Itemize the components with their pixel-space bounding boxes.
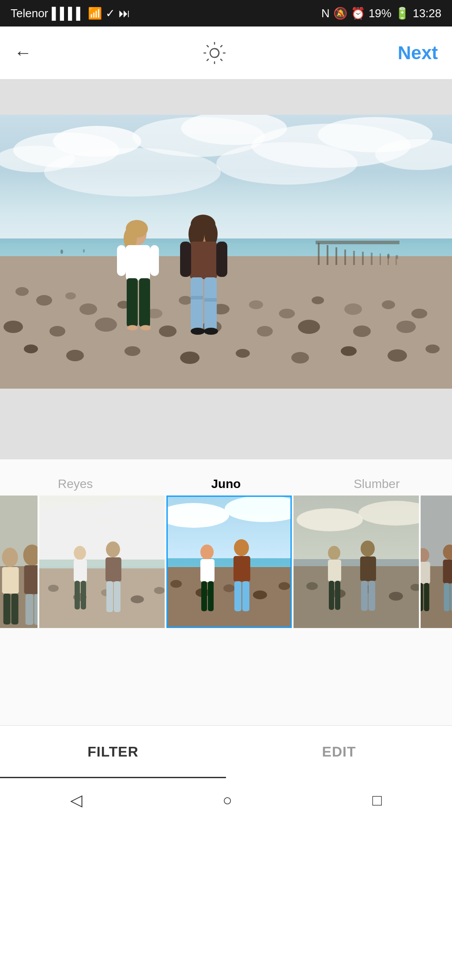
svg-rect-69 — [126, 245, 150, 280]
edit-tab[interactable]: EDIT — [226, 726, 452, 778]
svg-point-89 — [60, 250, 63, 254]
android-back-button[interactable]: ◁ — [70, 791, 83, 810]
svg-point-91 — [387, 254, 390, 259]
filter-label-reyes[interactable]: Reyes — [0, 477, 151, 491]
svg-point-42 — [257, 326, 273, 337]
svg-point-144 — [306, 582, 318, 590]
svg-line-6 — [221, 59, 222, 61]
bottom-tabs: FILTER EDIT — [0, 725, 452, 778]
sun-icon — [203, 42, 226, 64]
svg-rect-96 — [2, 567, 19, 594]
svg-rect-155 — [361, 581, 368, 611]
svg-point-112 — [154, 587, 165, 594]
svg-point-23 — [15, 287, 29, 296]
svg-point-111 — [131, 595, 144, 603]
main-photo — [0, 115, 452, 389]
filter-label-juno[interactable]: Juno — [151, 477, 301, 491]
battery-label: 19% — [369, 7, 392, 20]
status-left: Telenor ▌▌▌▌ 📶 ✓ ⏭ — [11, 7, 130, 20]
svg-point-50 — [236, 349, 250, 358]
svg-point-126 — [170, 580, 182, 588]
svg-point-18 — [44, 148, 221, 197]
back-button[interactable]: ← — [14, 43, 32, 63]
svg-rect-118 — [105, 557, 121, 582]
svg-point-26 — [79, 303, 97, 315]
svg-point-49 — [180, 352, 200, 364]
svg-rect-164 — [443, 560, 452, 583]
svg-point-108 — [48, 585, 59, 592]
svg-point-135 — [234, 539, 249, 556]
svg-rect-71 — [139, 278, 150, 327]
android-home-button[interactable]: ○ — [222, 791, 232, 810]
svg-rect-160 — [421, 562, 430, 584]
svg-rect-133 — [201, 581, 207, 611]
filter-label-slumber[interactable]: Slumber — [301, 477, 452, 491]
svg-rect-81 — [180, 242, 191, 277]
svg-point-104 — [40, 507, 102, 529]
svg-point-90 — [83, 249, 85, 253]
svg-rect-56 — [327, 245, 328, 265]
filter-tab[interactable]: FILTER — [0, 726, 226, 778]
carrier-label: Telenor — [11, 7, 48, 20]
filter-thumb-slumber[interactable] — [294, 496, 419, 628]
svg-rect-116 — [81, 581, 86, 609]
svg-rect-97 — [4, 594, 11, 624]
svg-rect-120 — [114, 581, 121, 612]
next-button[interactable]: Next — [398, 42, 438, 64]
battery-icon: 🔋 — [395, 7, 409, 20]
notification-icon: 🔕 — [333, 7, 347, 20]
svg-rect-100 — [24, 565, 38, 594]
svg-rect-82 — [216, 242, 227, 277]
svg-point-24 — [36, 295, 52, 306]
svg-point-25 — [65, 292, 76, 299]
svg-point-117 — [106, 541, 120, 557]
svg-point-149 — [328, 546, 340, 560]
svg-line-5 — [207, 45, 208, 47]
filter-thumb-juno[interactable] — [166, 496, 292, 628]
filter-thumb-prev[interactable] — [0, 496, 38, 628]
svg-point-19 — [216, 142, 358, 185]
svg-rect-152 — [335, 581, 340, 610]
svg-rect-102 — [34, 594, 38, 625]
svg-point-51 — [291, 352, 309, 363]
android-nav-bar: ◁ ○ □ — [0, 778, 452, 822]
tab-underline — [0, 777, 226, 778]
svg-point-46 — [24, 344, 38, 353]
svg-point-72 — [127, 325, 138, 330]
svg-rect-60 — [362, 252, 364, 265]
svg-rect-119 — [106, 581, 113, 612]
svg-point-53 — [388, 349, 407, 362]
filter-thumb-reyes[interactable] — [39, 496, 165, 628]
svg-point-95 — [2, 548, 18, 567]
svg-point-47 — [66, 350, 84, 361]
svg-point-88 — [204, 328, 218, 335]
android-recents-button[interactable]: □ — [373, 791, 382, 810]
filter-labels: Reyes Juno Slumber — [0, 468, 452, 496]
svg-point-48 — [124, 346, 140, 356]
svg-rect-55 — [318, 243, 320, 265]
nav-bar: ← Next — [0, 26, 452, 79]
filter-thumb-next[interactable] — [421, 496, 452, 628]
svg-rect-83 — [191, 277, 203, 330]
svg-point-131 — [200, 545, 214, 560]
svg-point-35 — [382, 300, 395, 309]
svg-point-32 — [279, 309, 295, 318]
svg-rect-107 — [39, 568, 165, 628]
svg-rect-84 — [204, 277, 217, 330]
svg-rect-114 — [74, 560, 87, 582]
time-label: 13:28 — [413, 7, 441, 20]
svg-rect-62 — [380, 254, 381, 265]
filter-thumbnails — [0, 496, 452, 637]
svg-rect-162 — [424, 583, 429, 611]
svg-rect-150 — [328, 560, 341, 582]
svg-rect-98 — [11, 594, 19, 624]
svg-point-73 — [140, 325, 151, 330]
filter-section: Reyes Juno Slumber — [0, 459, 452, 637]
svg-point-39 — [95, 318, 117, 332]
svg-rect-65 — [316, 241, 399, 244]
status-right: N 🔕 ⏰ 19% 🔋 13:28 — [321, 7, 441, 20]
svg-line-8 — [207, 59, 208, 61]
svg-point-31 — [249, 300, 263, 309]
svg-point-38 — [49, 326, 65, 337]
status-bar: Telenor ▌▌▌▌ 📶 ✓ ⏭ N 🔕 ⏰ 19% 🔋 13:28 — [0, 0, 452, 26]
